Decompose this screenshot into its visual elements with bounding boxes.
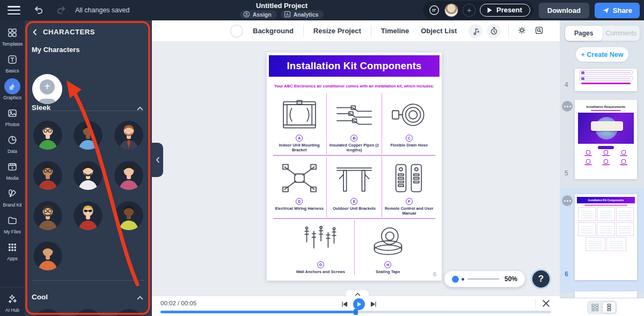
- sidebar-item-ai-hub[interactable]: AI Hub: [0, 291, 25, 313]
- sidebar-item-label: Brand Kit: [3, 202, 22, 208]
- character-avatar-sleek-character-2[interactable]: [74, 121, 103, 150]
- sidebar-item-brand-kit[interactable]: Brand Kit: [0, 186, 25, 208]
- panel-title: CHARACTERS: [43, 28, 95, 36]
- timeline-expand-tab[interactable]: [346, 290, 369, 296]
- character-avatar-sleek-character-1[interactable]: [33, 121, 62, 150]
- item-letter: H: [384, 261, 391, 268]
- sidebar-item-media[interactable]: Media: [0, 159, 25, 181]
- slide-component-grid: AIndoor Unit Mounting BracketBInsulated …: [272, 93, 436, 275]
- settings-gear-icon[interactable]: [517, 26, 528, 36]
- panel-collapse-handle[interactable]: [152, 143, 163, 177]
- present-button[interactable]: Present: [480, 4, 530, 17]
- plus-icon: +: [40, 79, 55, 94]
- playback-bar: 00:02 / 00:05: [152, 296, 560, 316]
- collapse-cool-icon[interactable]: [137, 296, 143, 300]
- character-avatar-sleek-character-4[interactable]: [33, 161, 62, 190]
- sealing-tape-illustration: [367, 222, 409, 261]
- page-6-number: 6: [565, 270, 568, 278]
- page-5-more-icon[interactable]: [562, 101, 573, 112]
- download-button[interactable]: Download: [539, 3, 589, 18]
- slide-subtitle: Your ABC Electronics air conditioner com…: [267, 84, 442, 89]
- kit-item-mounting-bracket: AIndoor Unit Mounting Bracket: [272, 93, 327, 154]
- page-4-thumbnail[interactable]: [575, 69, 637, 91]
- background-color-swatch[interactable]: [230, 25, 243, 38]
- collapse-sleek-icon[interactable]: [137, 106, 143, 111]
- templates-icon: [4, 25, 20, 41]
- add-character-button[interactable]: +: [32, 74, 62, 104]
- background-button[interactable]: Background: [253, 27, 294, 35]
- playback-progress-track[interactable]: [160, 311, 551, 313]
- add-music-button[interactable]: [469, 24, 482, 38]
- share-button[interactable]: Share: [595, 3, 640, 18]
- sidebar-item-my-files[interactable]: My Files: [0, 212, 25, 234]
- playback-time: 00:02 / 00:05: [160, 300, 196, 306]
- character-avatar-sleek-character-3[interactable]: [114, 121, 143, 150]
- add-collaborator-icon[interactable]: +: [463, 4, 475, 17]
- resize-project-button[interactable]: Resize Project: [313, 27, 361, 35]
- remote-control-illustration: [388, 159, 430, 197]
- character-avatar-sleek-character-7[interactable]: [33, 201, 62, 230]
- sidebar-item-templates[interactable]: Templates: [0, 25, 25, 47]
- page-4-number: 4: [565, 81, 568, 89]
- character-avatar-sleek-character-9[interactable]: [114, 201, 143, 230]
- item-letter: F: [406, 198, 413, 205]
- photos-icon: [4, 105, 20, 121]
- close-player-icon[interactable]: [542, 299, 550, 307]
- character-avatar-sleek-character-8[interactable]: [74, 201, 103, 230]
- sidebar-item-photos[interactable]: Photos: [0, 105, 25, 127]
- ai-hub-icon: [4, 291, 20, 307]
- grid-view-icon[interactable]: [588, 302, 602, 313]
- create-new-button[interactable]: + Create New: [576, 47, 628, 62]
- cool-character-partial[interactable]: [114, 309, 143, 316]
- list-view-icon[interactable]: [602, 302, 616, 313]
- sidebar-item-basics[interactable]: Basics: [0, 52, 25, 74]
- kit-item-remote-control: FRemote Control and User Manual: [382, 157, 436, 217]
- cool-character-partial[interactable]: [33, 309, 62, 316]
- sidebar-item-apps[interactable]: Apps: [0, 239, 25, 261]
- tab-comments[interactable]: Comments: [603, 26, 640, 41]
- page-5-thumbnail[interactable]: Installation Requirements: [575, 100, 637, 179]
- kit-item-copper-pipes: BInsulated Copper Pipes (2 lengths): [327, 93, 382, 154]
- play-button[interactable]: [353, 298, 365, 310]
- zoom-slider-track[interactable]: [467, 278, 499, 280]
- character-avatar-sleek-character-5[interactable]: [74, 161, 103, 190]
- zoom-slider-handle[interactable]: [452, 276, 459, 283]
- undo-icon[interactable]: [32, 4, 44, 16]
- page-6-more-icon[interactable]: [562, 195, 573, 206]
- page-7-thumbnail[interactable]: [575, 291, 637, 298]
- find-object-icon[interactable]: [535, 26, 545, 36]
- slide-title: Installation Kit Components: [287, 60, 421, 72]
- analytics-button[interactable]: Analytics: [281, 10, 324, 19]
- slide-page-6[interactable]: Installation Kit Components Your ABC Ele…: [267, 53, 442, 281]
- tab-pages[interactable]: Pages: [565, 26, 603, 41]
- timeline-button[interactable]: Timeline: [381, 27, 409, 35]
- thumb-6-title: Installation Kit Components: [577, 197, 635, 203]
- character-avatar-sleek-character-6[interactable]: [114, 161, 143, 190]
- sidebar-item-graphics[interactable]: Graphics: [0, 78, 25, 100]
- skip-forward-icon[interactable]: [370, 300, 377, 308]
- page-6-thumbnail[interactable]: Installation Kit Components: [575, 194, 637, 280]
- sidebar-item-data[interactable]: Data: [0, 132, 25, 154]
- sidebar-item-label: Photos: [5, 122, 19, 127]
- character-avatar-sleek-character-10[interactable]: [33, 241, 62, 270]
- top-bar: All changes saved Untitled Project Assig…: [0, 0, 644, 20]
- section-cool: Cool: [32, 293, 48, 301]
- sidebar-item-label: Apps: [7, 256, 17, 261]
- cool-character-partial[interactable]: [74, 309, 103, 316]
- user-avatar[interactable]: [444, 3, 458, 17]
- share-arrow-icon: [602, 7, 610, 14]
- redo-icon[interactable]: [56, 4, 68, 16]
- anchors-screws-illustration: [299, 222, 341, 261]
- play-icon: [357, 302, 362, 307]
- slide-title-banner: Installation Kit Components: [269, 55, 440, 77]
- menu-icon[interactable]: [8, 6, 20, 14]
- help-button[interactable]: ?: [531, 269, 551, 289]
- progress-handle[interactable]: [354, 309, 358, 315]
- comments-icon[interactable]: [428, 4, 440, 16]
- timer-button[interactable]: [487, 24, 501, 38]
- assign-button[interactable]: Assign: [240, 10, 277, 19]
- skip-back-icon[interactable]: [341, 300, 348, 308]
- back-chevron-icon[interactable]: [32, 29, 38, 35]
- project-title[interactable]: Untitled Project: [256, 2, 308, 10]
- object-list-button[interactable]: Object List: [421, 27, 457, 35]
